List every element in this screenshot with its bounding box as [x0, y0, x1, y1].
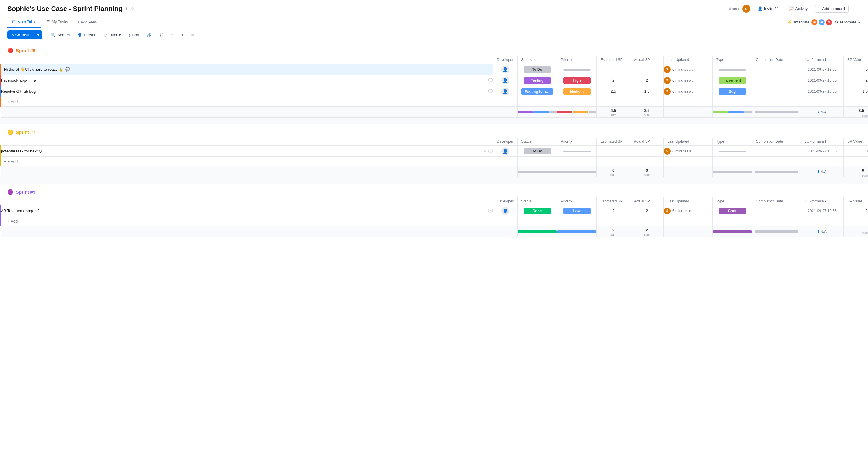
add-view-button[interactable]: + Add View [73, 17, 101, 27]
integrate-button[interactable]: ⚡ Integrate ◉ ◉ M [787, 19, 832, 25]
completion-date-cell[interactable] [752, 206, 801, 216]
completion-date-cell[interactable] [752, 64, 801, 75]
status-cell[interactable]: To Do [518, 64, 557, 75]
estimated-sp-cell[interactable] [597, 64, 630, 75]
magic-button[interactable]: ✦ [177, 31, 187, 39]
type-cell[interactable]: Bug [713, 86, 752, 97]
estimated-sp-cell[interactable]: 2 [597, 206, 630, 216]
priority-cell[interactable] [557, 146, 597, 157]
priority-cell[interactable]: Medium [557, 86, 597, 97]
last-updated-cell[interactable]: S 6 minutes a... [664, 64, 713, 75]
dev-cell[interactable]: 👤 [493, 75, 518, 86]
edit-icon: ✏ [191, 33, 195, 37]
status-cell[interactable]: To Do [518, 146, 557, 157]
completion-date-cell[interactable] [752, 75, 801, 86]
actual-sp-cell[interactable]: 2 [630, 206, 664, 216]
add-task-cell[interactable]: + + Add [1, 97, 493, 107]
star-icon[interactable]: ☆ [130, 6, 135, 11]
lu-formula-cell[interactable]: 2021-09-27 18:55 [801, 146, 844, 157]
lu-formula-cell[interactable]: 2021-09-27 18:55 [801, 86, 844, 97]
last-updated-cell[interactable]: S 6 minutes a... [664, 206, 713, 216]
add-task-cell[interactable]: + + Add [1, 157, 493, 167]
priority-cell[interactable]: Low [557, 206, 597, 216]
type-cell[interactable] [713, 64, 752, 75]
add-empty [557, 157, 597, 167]
comment-icon[interactable]: 💬 [488, 89, 493, 94]
last-updated-cell[interactable]: S 6 minutes a... [664, 86, 713, 97]
collapse-icon[interactable]: ∧ [858, 20, 861, 24]
lu-formula-cell[interactable]: 2021-09-27 18:55 [801, 64, 844, 75]
list-button[interactable]: ≡ [167, 31, 176, 39]
actual-sp-cell[interactable] [630, 146, 664, 157]
priority-cell[interactable] [557, 64, 597, 75]
search-button[interactable]: 🔍 Search [48, 31, 73, 39]
dev-cell[interactable]: 👤 [493, 86, 518, 97]
status-cell[interactable]: Testing [518, 75, 557, 86]
invite-button[interactable]: 👤 Invite / 1 [755, 5, 781, 12]
comment-icon[interactable]: 💬 [65, 67, 70, 72]
automate-button[interactable]: ⚙ Automate ∧ [835, 20, 861, 24]
last-updated-cell[interactable]: S 6 minutes a... [664, 146, 713, 157]
edit-button[interactable]: ✏ [188, 31, 198, 39]
estimated-sp-cell[interactable] [597, 146, 630, 157]
status-cell[interactable]: Waiting for r... [518, 86, 557, 97]
sp-value-cell[interactable]: 0 [844, 64, 868, 75]
priority-cell[interactable]: High [557, 75, 597, 86]
comment-icon[interactable]: 💬 [488, 78, 493, 83]
completion-date-cell[interactable] [752, 146, 801, 157]
completion-date-cell[interactable] [752, 86, 801, 97]
sprint-7-collapse[interactable]: 🟡 [7, 129, 13, 135]
sprint-5-collapse[interactable]: 🟣 [7, 189, 13, 195]
add-to-board-button[interactable]: + Add to board [815, 5, 849, 13]
actual-sp-cell[interactable]: 1.5 [630, 86, 664, 97]
dev-cell[interactable]: 👤 [493, 146, 518, 157]
sp-value-cell[interactable]: 1.5 [844, 86, 868, 97]
more-options-button[interactable]: ··· [854, 4, 861, 13]
sprint-6-collapse[interactable]: 🔴 [7, 48, 13, 53]
sp-value-cell[interactable]: 0 [844, 146, 868, 157]
add-dev-icon[interactable]: ⊕ [484, 149, 487, 153]
person-filter-button[interactable]: 👤 Person [74, 31, 99, 39]
add-task-button[interactable]: + + Add [1, 218, 493, 225]
dev-cell[interactable]: 👤 [493, 206, 518, 216]
dev-cell[interactable]: 👤 [493, 64, 518, 75]
sprint-separator [0, 118, 868, 124]
table-row: Hi there! 👋Click here to rea... 🔒 💬 👤 To… [1, 64, 868, 75]
new-task-dropdown[interactable]: ▾ [34, 30, 42, 39]
type-cell[interactable]: Increment [713, 75, 752, 86]
unlink-button[interactable]: ⛓ [156, 31, 166, 39]
type-cell[interactable]: Craft [713, 206, 752, 216]
add-task-button[interactable]: + + Add [1, 158, 493, 165]
link-button[interactable]: 🔗 [144, 31, 155, 39]
sort-button[interactable]: ↕ Sort [125, 31, 142, 39]
actual-sp-cell[interactable]: 2 [630, 75, 664, 86]
actual-sp-cell[interactable] [630, 64, 664, 75]
task-name-cell[interactable]: Facebook app- infra 💬 [1, 75, 493, 86]
tab-my-tasks[interactable]: ☰ My Tasks [41, 17, 73, 28]
lu-formula-cell[interactable]: 2021-09-27 18:55 [801, 75, 844, 86]
task-name-cell[interactable]: Hi there! 👋Click here to rea... 🔒 💬 [1, 64, 493, 75]
tabs-right: ⚡ Integrate ◉ ◉ M ⚙ Automate ∧ [787, 19, 861, 25]
integrate-icon: ⚡ [787, 20, 792, 24]
status-cell[interactable]: Done [518, 206, 557, 216]
comment-icon[interactable]: 💬 [488, 209, 493, 213]
task-name-cell[interactable]: AB Test homepage v2 💬 [1, 206, 493, 216]
add-task-cell[interactable]: + + Add [1, 216, 493, 226]
filter-button[interactable]: ▽ Filter ▾ [100, 31, 124, 39]
comment-icon[interactable]: 💬 [488, 149, 493, 153]
tab-main-table[interactable]: ⊞ Main Table [7, 17, 41, 28]
lu-formula-cell[interactable]: 2021-09-27 18:55 [801, 206, 844, 216]
info-icon[interactable]: ℹ [126, 6, 127, 11]
sp-value-cell[interactable]: 2 [844, 75, 868, 86]
new-task-button[interactable]: New Task ▾ [7, 30, 42, 39]
estimated-sp-cell[interactable]: 2.5 [597, 86, 630, 97]
task-name-cell[interactable]: Resolve Github bug 💬 [1, 86, 493, 97]
activity-button[interactable]: 📈 Activity [786, 5, 810, 12]
task-name-cell[interactable]: potental task for next Q ⊕ 💬 [1, 146, 493, 157]
na-text: N/A [820, 230, 827, 234]
type-cell[interactable] [713, 146, 752, 157]
sp-value-cell[interactable]: 2 [844, 206, 868, 216]
estimated-sp-cell[interactable]: 2 [597, 75, 630, 86]
last-updated-cell[interactable]: S 6 minutes a... [664, 75, 713, 86]
add-task-button[interactable]: + + Add [1, 98, 493, 105]
